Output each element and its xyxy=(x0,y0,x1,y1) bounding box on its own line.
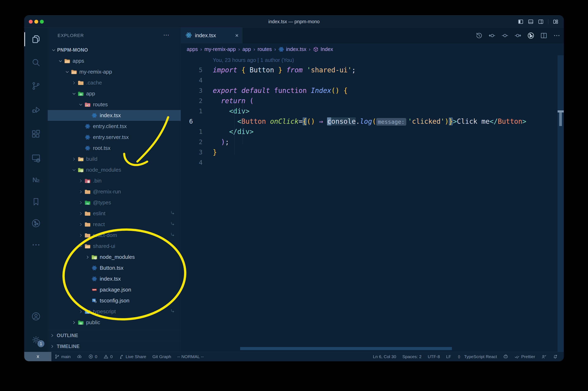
tree-item-shared-ui[interactable]: shared-ui xyxy=(48,241,181,252)
chevron-down-icon[interactable] xyxy=(71,91,77,96)
chevron-down-icon[interactable] xyxy=(57,59,64,64)
tree-item-index-tsx[interactable]: index.tsx xyxy=(48,273,181,284)
status-sync[interactable] xyxy=(74,352,85,361)
status-vim-mode[interactable]: -- NORMAL -- xyxy=(174,352,207,361)
split-editor-button[interactable] xyxy=(540,32,548,39)
status-encoding[interactable]: UTF-8 xyxy=(425,352,443,361)
code-line-2[interactable]: 2 ); xyxy=(181,137,558,147)
tree-item-react[interactable]: react xyxy=(48,219,181,230)
next-change-button[interactable] xyxy=(514,32,522,39)
breadcrumb-index-tsx[interactable]: index.tsx xyxy=(278,46,306,52)
activity-search[interactable] xyxy=(24,53,48,72)
chevron-right-icon[interactable] xyxy=(78,233,84,238)
explorer-more-actions-icon[interactable]: ⋯ xyxy=(163,31,170,38)
tree-item-my-remix-app[interactable]: my-remix-app xyxy=(48,66,181,77)
code-line-3[interactable]: 3export default function Index() { xyxy=(181,86,558,96)
status-indentation[interactable]: Spaces: 2 xyxy=(399,352,425,361)
chevron-right-icon[interactable] xyxy=(85,255,91,260)
activity-remote-explorer[interactable] xyxy=(24,148,48,168)
tree-item-pnpm-mono[interactable]: PNPM-MONO xyxy=(48,45,181,56)
code-editor[interactable]: You, 23 hours ago | 1 author (You) 5impo… xyxy=(181,55,558,168)
code-line-6[interactable]: 6 <Button onClick={() ⇒ console.log(mess… xyxy=(181,116,558,127)
chevron-right-icon[interactable] xyxy=(78,309,84,314)
code-line-4[interactable]: 4 xyxy=(181,75,558,86)
chevron-right-icon[interactable] xyxy=(78,189,84,194)
prev-change-button[interactable] xyxy=(488,32,496,39)
activity-settings[interactable]: 1 xyxy=(24,330,48,350)
tree-item-node-modules[interactable]: JSnode_modules xyxy=(48,165,181,175)
chevron-right-icon[interactable] xyxy=(78,222,84,227)
status-remote-indicator[interactable] xyxy=(24,352,51,361)
more-horizontal-button[interactable] xyxy=(553,32,561,39)
section-timeline[interactable]: TIMELINE xyxy=(48,341,181,352)
code-line-3[interactable]: 3} xyxy=(181,147,558,157)
code-line-1[interactable]: 1 <div> xyxy=(181,106,558,116)
layout-sidebar-left-button[interactable] xyxy=(518,19,523,24)
vertical-scrollbar[interactable] xyxy=(558,55,564,352)
tree-item-package-json[interactable]: npmpackage.json xyxy=(48,284,181,295)
chevron-right-icon[interactable] xyxy=(71,80,77,85)
chevron-right-icon[interactable] xyxy=(71,320,77,325)
code-line-2[interactable]: 2 return ( xyxy=(181,96,558,106)
tree-item-typescript[interactable]: TStypescript xyxy=(48,306,181,317)
status-warnings[interactable]: 0 xyxy=(100,352,116,361)
chevron-down-icon[interactable] xyxy=(64,70,70,74)
tree-item--types[interactable]: TS@types xyxy=(48,197,181,208)
status-errors[interactable]: 0 xyxy=(85,352,100,361)
breadcrumb-index[interactable]: Index xyxy=(313,46,333,52)
tree-item-root-tsx[interactable]: root.tsx xyxy=(48,143,181,154)
breadcrumb-routes[interactable]: routes xyxy=(258,46,272,52)
horizontal-scrollbar[interactable] xyxy=(240,347,452,350)
tab-index-tsx[interactable]: index.tsx × xyxy=(181,27,243,43)
tree-item-tsconfig-json[interactable]: TStsconfig.json xyxy=(48,295,181,306)
code-line-1[interactable]: 1 </div> xyxy=(181,127,558,137)
code-line-5[interactable]: 5import { Button } from 'shared-ui'; xyxy=(181,65,558,75)
status-copilot[interactable] xyxy=(500,352,511,361)
status-notifications[interactable] xyxy=(550,352,561,361)
chevron-down-icon[interactable] xyxy=(71,168,77,173)
tree-item-app[interactable]: app xyxy=(48,88,181,99)
tree-item-index-tsx[interactable]: index.tsx xyxy=(48,110,181,121)
tree-item-build[interactable]: build xyxy=(48,154,181,165)
tree-item-public[interactable]: public xyxy=(48,317,181,328)
activity-account[interactable] xyxy=(24,306,48,326)
activity-files[interactable] xyxy=(24,29,48,49)
chevron-down-icon[interactable] xyxy=(78,244,84,249)
activity-more[interactable] xyxy=(24,235,48,255)
gitlens-circle-button[interactable] xyxy=(527,32,535,39)
chevron-right-icon[interactable] xyxy=(78,211,84,216)
code-line-4[interactable]: 4 xyxy=(181,157,558,168)
tree-item-entry-client-tsx[interactable]: entry.client.tsx xyxy=(48,121,181,132)
activity-gitlens[interactable] xyxy=(24,213,48,233)
tree-item-node-modules[interactable]: JSnode_modules xyxy=(48,252,181,263)
layout-panel-button[interactable] xyxy=(528,19,534,24)
chevron-right-icon[interactable] xyxy=(78,200,84,205)
tree-item-entry-server-tsx[interactable]: entry.server.tsx xyxy=(48,132,181,143)
history-button[interactable] xyxy=(475,32,483,39)
layout-customize-button[interactable] xyxy=(553,19,558,24)
tree-item-apps[interactable]: apps xyxy=(48,56,181,66)
tree-item-react-dom[interactable]: react-dom xyxy=(48,230,181,241)
tree-item--cache[interactable]: .cache xyxy=(48,77,181,88)
tab-close-icon[interactable]: × xyxy=(235,32,238,39)
status-git-graph[interactable]: Git Graph xyxy=(149,352,174,361)
breadcrumb-my-remix-app[interactable]: my-remix-app xyxy=(204,46,236,52)
breadcrumb-app[interactable]: app xyxy=(242,46,251,52)
activity-bookmarks[interactable] xyxy=(24,192,48,211)
chevron-right-icon[interactable] xyxy=(71,157,77,162)
status-formatter[interactable]: Prettier xyxy=(511,352,538,361)
chevron-right-icon[interactable] xyxy=(78,179,84,183)
status-language-mode[interactable]: {}TypeScript React xyxy=(454,352,500,361)
section-outline[interactable]: OUTLINE xyxy=(48,330,181,341)
tree-item--bin[interactable]: 0110.bin xyxy=(48,175,181,186)
activity-source-control[interactable] xyxy=(24,76,48,96)
change-button[interactable] xyxy=(501,32,509,39)
status-git-branch[interactable]: main xyxy=(51,352,74,361)
status-live-share[interactable]: Live Share xyxy=(116,352,149,361)
status-cursor-position[interactable]: Ln 6, Col 30 xyxy=(370,352,399,361)
activity-nx-console[interactable]: N≥ xyxy=(24,170,48,190)
tree-item-routes[interactable]: routes xyxy=(48,99,181,110)
chevron-down-icon[interactable] xyxy=(78,102,84,107)
activity-extensions[interactable] xyxy=(24,124,48,144)
status-eol[interactable]: LF xyxy=(443,352,454,361)
